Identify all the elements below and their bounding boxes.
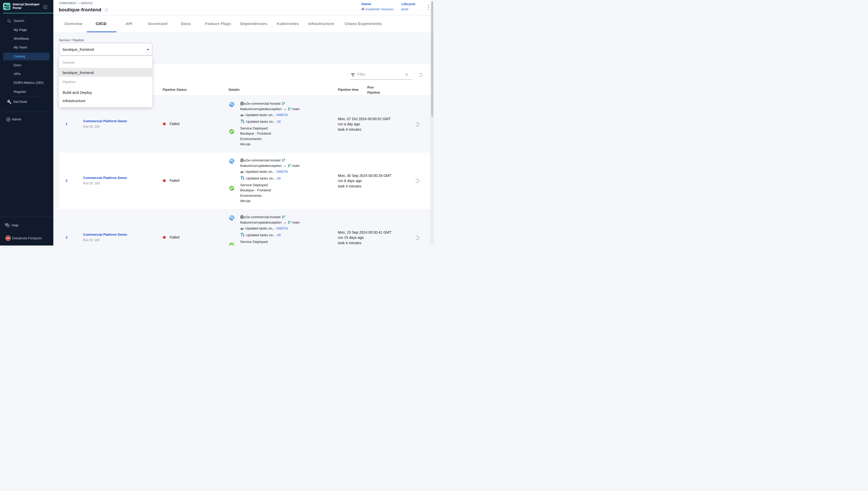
svg-text:?: ? bbox=[6, 223, 7, 226]
